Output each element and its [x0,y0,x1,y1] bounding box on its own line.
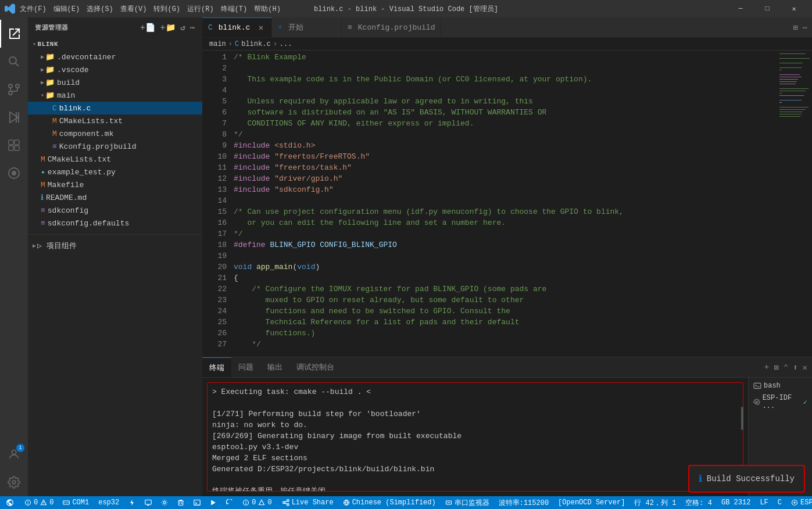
right-panel-espidf[interactable]: ESP-IDF ... ✓ [749,394,812,410]
code-line-26: functions.) [231,328,777,339]
activity-icon-search[interactable] [0,48,28,76]
status-item-errors2[interactable]: 0 0 [238,499,276,507]
refresh-icon[interactable]: ↺ [180,23,185,33]
activity-icon-run[interactable] [0,103,28,131]
panel-tab-debug[interactable]: 调试控制台 [289,357,341,377]
terminal-scrollbar[interactable] [741,407,743,430]
new-file-icon[interactable]: +📄 [140,23,155,33]
tree-item-devcontainer[interactable]: ▶ 📁 .devcontainer [28,51,202,63]
maximize-button[interactable]: □ [754,0,781,17]
tab-start-icon: ⚡ [278,23,282,32]
code-editor[interactable]: 1234567891011121314151617181920212223242… [202,51,777,357]
status-item-remote[interactable] [0,499,20,507]
menu-run[interactable]: 运行(R) [187,4,214,14]
status-item-espidf[interactable]: ESP-IDF [786,499,812,507]
status-item-icon3[interactable] [156,499,173,506]
tree-item-example-test[interactable]: ✦ example_test.py [28,166,202,178]
minimize-panel-icon[interactable]: ⌃ [784,363,788,372]
activity-icon-settings[interactable] [0,468,28,496]
status-item-openocd[interactable]: [OpenOCD Server] [553,499,629,507]
tree-item-cmakelists-main[interactable]: M CMakeLists.txt [28,114,202,127]
tree-item-blink-c[interactable]: C blink.c [28,102,202,114]
status-item-esp32[interactable]: esp32 [94,499,124,507]
tab-close-blink[interactable]: ✕ [256,23,266,33]
breadcrumb-blink-c[interactable]: blink.c [241,40,270,48]
panel-tab-output[interactable]: 输出 [260,357,289,377]
activity-icon-accounts[interactable]: 1 [0,440,28,468]
activity-icon-source-control[interactable] [0,76,28,103]
status-item-encoding[interactable]: GB 2312 [717,499,755,507]
activity-icon-esp[interactable] [0,159,28,187]
status-item-delete[interactable] [173,499,189,506]
status-item-icon6[interactable] [205,499,221,506]
espidf-check-icon: ✓ [803,398,807,407]
add-terminal-icon[interactable]: + [764,363,769,372]
menu-terminal[interactable]: 终端(T) [221,4,248,14]
svg-point-65 [287,500,289,502]
right-panel-bash[interactable]: bash [749,378,812,394]
collapse-icon[interactable]: ⋯ [190,23,195,33]
activity-icon-explorer[interactable] [0,20,28,48]
serial-monitor-label: 串口监视器 [455,498,489,508]
tree-item-makefile[interactable]: M Makefile [28,178,202,191]
split-terminal-icon[interactable]: ⊠ [774,363,778,372]
code-content[interactable]: /* Blink Example This example code is in… [231,51,777,357]
tab-kconfig[interactable]: ≡ Kconfig.projbuild [342,17,441,37]
tree-item-project-groups[interactable]: ▶ ▷ 项目组件 [28,239,202,252]
split-editor-icon[interactable]: ⊞ [793,23,797,33]
menu-file[interactable]: 文件(F) [20,4,46,14]
status-item-spaces[interactable]: 空格: 4 [681,498,717,508]
code-line-24: functions and need to be switched to GPI… [231,306,777,317]
maximize-panel-icon[interactable]: ⬆ [793,363,797,372]
status-item-serial-monitor[interactable]: 串口监视器 [441,498,494,508]
menu-goto[interactable]: 转到(G) [153,4,180,14]
tree-item-sdkconfig[interactable]: ≡ sdkconfig [28,204,202,217]
svg-rect-30 [779,93,782,94]
svg-rect-22 [779,70,782,70]
minimize-button[interactable]: ─ [727,0,754,17]
breadcrumb-main[interactable]: main [209,40,226,48]
tree-root-blink[interactable]: ▾ BLINK [28,38,202,51]
status-item-cursor[interactable]: 行 42，列 1 [629,498,681,508]
menu-help[interactable]: 帮助(H) [254,4,281,14]
activity-icon-extensions[interactable] [0,131,28,159]
tab-start[interactable]: ⚡ 开始 [272,17,342,37]
terminal-output[interactable]: > Executing task: cmake --build . < [1/2… [207,382,743,492]
tree-item-build[interactable]: ▶ 📁 build [28,76,202,89]
tree-item-kconfig-projbuild[interactable]: ≡ Kconfig.projbuild [28,140,202,153]
tree-item-component-mk[interactable]: M component.mk [28,127,202,140]
menu-edit[interactable]: 编辑(E) [53,4,80,14]
tree-item-cmakelists-root[interactable]: M CMakeLists.txt [28,153,202,166]
status-item-filetype[interactable]: C [773,499,786,507]
status-item-icon5[interactable] [189,499,205,506]
menu-view[interactable]: 查看(V) [120,4,147,14]
status-item-icon7[interactable] [221,499,238,506]
tab-blink-c[interactable]: C blink.c ✕ [202,17,272,37]
status-item-icon2[interactable] [140,499,156,506]
tab-label: blink.c [219,23,251,32]
panel-tab-problems[interactable]: 问题 [231,357,260,377]
status-item-liveshare[interactable]: Live Share [277,499,338,507]
svg-rect-20 [779,63,803,63]
close-panel-icon[interactable]: ✕ [803,363,807,372]
espidf-label: ESP-IDF ... [763,394,801,410]
more-actions-icon[interactable]: ⋯ [803,23,807,33]
editor-scroll-wrapper: 1234567891011121314151617181920212223242… [202,51,812,357]
tree-item-sdkconfig-defaults[interactable]: ≡ sdkconfig.defaults [28,217,202,230]
status-item-lang[interactable]: Chinese (Simplified) [338,499,441,507]
close-button[interactable]: ✕ [781,0,807,17]
new-folder-icon[interactable]: +📁 [160,23,176,33]
panel-tab-terminal[interactable]: 终端 [202,357,231,377]
status-item-crlf[interactable]: LF [755,499,772,507]
status-item-com1[interactable]: COM1 [58,499,94,507]
svg-point-47 [65,502,66,503]
menu-select[interactable]: 选择(S) [87,4,113,14]
status-item-baud[interactable]: 波特率:115200 [494,498,553,508]
status-item-errors[interactable]: 0 0 [20,499,58,507]
tree-item-readme[interactable]: ℹ README.md [28,191,202,204]
tree-item-vscode[interactable]: ▶ 📁 .vscode [28,63,202,76]
breadcrumb-dots[interactable]: ... [280,40,292,48]
tree-item-main[interactable]: ▾ 📁 main [28,89,202,102]
status-item-icon1[interactable] [124,499,140,506]
blink-chevron-icon: ▾ [33,41,37,48]
